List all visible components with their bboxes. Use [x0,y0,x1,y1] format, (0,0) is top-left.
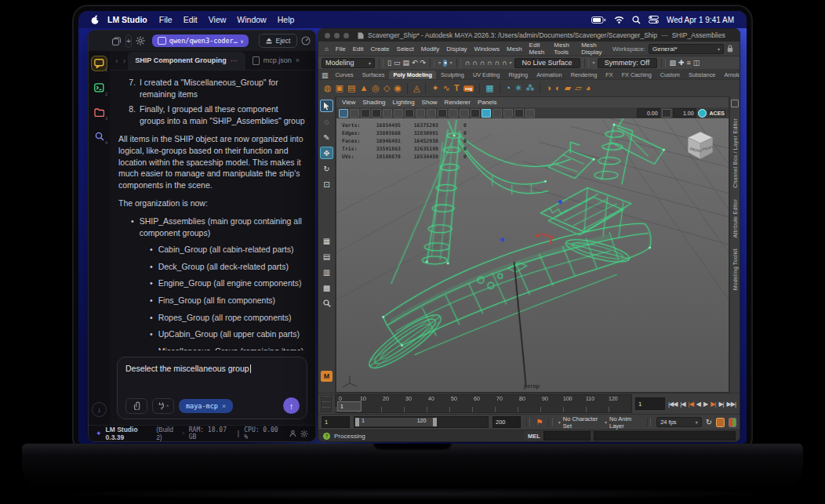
shelf-menu-icon[interactable]: ▥ [322,72,329,79]
2d-pan-zoom-icon[interactable] [394,109,403,118]
separate-icon[interactable]: ▰ [565,84,571,92]
shelf-tab-poly-modeling[interactable]: Poly Modeling [389,71,435,79]
settings-gear-icon[interactable] [300,430,308,438]
poly-plane-icon[interactable]: ◇ [383,84,390,92]
character-set-select[interactable]: ▾No Character Set [558,415,601,430]
user-icon[interactable] [289,430,296,437]
view-transform-badge[interactable]: ACES [708,110,726,117]
shelf-tab-surfaces[interactable]: Surfaces [358,71,389,79]
shelf-tab-arnold[interactable]: Arnold [720,71,740,79]
chevron-up-icon[interactable]: ˄ [182,431,185,436]
anim-layer-select[interactable]: ▾No Anim Layer [605,415,641,430]
shelf-tab-uv-editing[interactable]: UV Editing [469,71,503,79]
tab-channel-box[interactable]: Channel Box / Layer Editor [732,118,738,188]
panel-menu-lighting[interactable]: Lighting [393,99,415,106]
construction-plane-icon[interactable]: ◔ [506,84,511,92]
panel-menu-panels[interactable]: Panels [478,99,496,106]
menu-edit[interactable]: Edit [353,45,364,53]
redo-icon[interactable]: ↷ [420,60,427,67]
scale-tool[interactable]: ⊡ [321,179,333,190]
close-traffic-light[interactable] [325,33,330,38]
textured-icon[interactable] [438,109,447,118]
show-hide-panel-icon[interactable] [731,100,739,107]
select-camera-icon[interactable] [339,109,348,118]
play-forwards-button[interactable]: ▶ [703,401,707,408]
shelf-tab-fx-caching[interactable]: FX Caching [618,71,656,79]
shelf-tab-custom[interactable]: Custom [656,71,684,79]
color-management-icon[interactable] [698,109,707,118]
nav-back-button[interactable]: ‹ [113,56,121,65]
animation-end-field[interactable]: 200 [492,416,521,428]
smooth-icon[interactable]: ◕ [586,84,591,92]
downloads-button[interactable]: ↓ [92,402,107,417]
sweep-mesh-icon[interactable]: ✦ [431,84,438,92]
exposure-field[interactable]: 0.00 [637,108,660,118]
menubar-app-name[interactable]: LM Studio [107,15,147,24]
zoom-tool[interactable] [321,298,333,309]
screen-space-ao-icon[interactable] [471,109,480,118]
menu-windows[interactable]: Windows [474,45,500,53]
snap-projected-center-icon[interactable]: ∩ [487,60,492,67]
poly-cone-icon[interactable]: ▲ [359,84,368,92]
auto-keyframe-icon[interactable] [716,418,724,427]
timeline-ruler[interactable]: 0 10 20 30 40 50 60 70 80 90 100 110 120… [335,394,632,413]
panel-menu-shading[interactable]: Shading [362,99,385,106]
menu-create[interactable]: Create [371,45,390,53]
save-scene-icon[interactable]: ▤ [402,60,409,67]
menu-edit-mesh[interactable]: Edit Mesh [529,42,547,56]
lasso-tool[interactable]: ◌ [321,116,333,127]
select-tool[interactable] [321,100,333,111]
panel-menu-show[interactable]: Show [422,99,438,106]
combine-icon[interactable]: ◐ [555,84,561,92]
image-plane-icon[interactable] [383,109,392,118]
menubar-item-file[interactable]: File [159,15,173,24]
home-icon[interactable]: ⌂ [325,45,329,53]
apple-logo-icon[interactable] [91,15,100,25]
chevron-down-icon[interactable]: ▾ [510,60,512,65]
shaded-icon[interactable] [427,109,436,118]
open-scene-icon[interactable]: ▭ [394,60,401,67]
isolate-select-icon[interactable] [482,109,491,118]
shelf-tab-rigging[interactable]: Rigging [504,71,532,79]
step-back-key-button[interactable]: |◀ [689,401,693,408]
lock-camera-icon[interactable] [350,109,359,118]
oversampling-icon[interactable] [405,109,414,118]
platonic-solid-icon[interactable]: ◬ [413,84,420,92]
fps-select[interactable]: 24 fps▾ [656,417,701,427]
poly-cube-icon[interactable]: ▣ [336,84,343,92]
wifi-icon[interactable] [614,16,624,24]
playback-options-icon[interactable] [321,395,332,412]
poly-sphere-icon[interactable]: ◍ [324,84,332,92]
sidebar-item-my-models[interactable]: 3 [92,105,107,119]
mirror-icon[interactable]: ◑ [546,84,551,92]
menu-select[interactable]: Select [397,45,414,53]
panel-menu-view[interactable]: View [342,99,355,106]
menu-mesh[interactable]: Mesh [507,45,522,53]
sidebar-item-discover[interactable]: 4 [92,129,107,143]
motion-blur-icon[interactable] [492,109,502,118]
new-chat-button[interactable]: + [125,34,132,48]
settings-gear-icon[interactable] [136,36,145,45]
poly-disc-icon[interactable]: ◉ [394,84,402,92]
shelf-tab-substance[interactable]: Substance [685,71,719,79]
menubar-clock[interactable]: Wed Apr 1 9:41 AM [667,16,734,24]
tab-options-icon[interactable]: ⋯ [231,56,238,64]
mcp-plug-button[interactable]: ˄ [152,398,174,414]
layout-persp-outliner-icon[interactable]: ▥ [321,267,333,277]
animation-preferences-icon[interactable] [729,418,736,427]
render-settings-icon[interactable]: ≡ [687,60,691,67]
maya-modeling-toolkit-badge[interactable]: M [321,371,333,382]
shelf-tab-animation[interactable]: Animation [532,71,565,79]
mel-input[interactable] [543,431,591,441]
symmetry-field[interactable]: Symmetry: Off [598,58,657,68]
curve-warp-icon[interactable]: ∿ [443,84,450,92]
chevron-down-icon[interactable]: ▾ [593,60,595,65]
battery-icon[interactable] [591,16,606,24]
wrench-icon[interactable] [314,36,316,45]
panel-menu-renderer[interactable]: Renderer [445,99,471,106]
shelf-tab-rendering[interactable]: Rendering [567,71,601,79]
locator-icon[interactable]: ✳ [514,84,522,92]
gamma-field[interactable]: 1.00 [673,108,696,118]
poly-torus-icon[interactable]: ◎ [372,84,380,92]
sidebar-item-chat[interactable]: 1 [92,56,107,71]
